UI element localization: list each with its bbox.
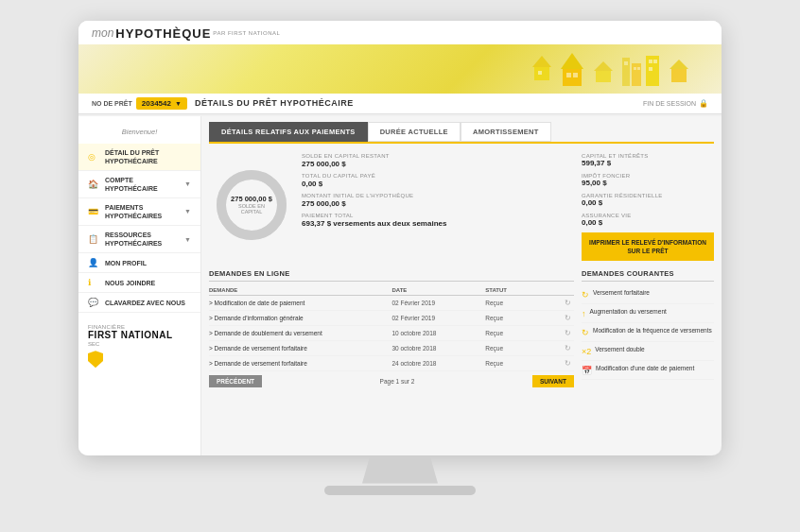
courante-icon-2: ↻ <box>582 328 589 337</box>
compte-arrow-icon: ▼ <box>184 180 191 187</box>
logo-area: mon HYPOTHÈQUE PAR FIRST NATIONAL <box>92 26 280 41</box>
clavardez-icon: 💬 <box>88 298 99 307</box>
sidebar-welcome: Bienvenue! <box>78 124 200 144</box>
sidebar-item-compte-hypothecaire[interactable]: 🏠 COMPTE HYPOTHÉCAIRE ▼ <box>78 171 200 198</box>
courante-label-2: Modification de la fréquence de versemen… <box>593 327 712 335</box>
sidebar-item-profil[interactable]: 👤 MON PROFIL <box>78 253 200 273</box>
total-capital-value: 0,00 $ <box>302 180 574 188</box>
courante-item-3[interactable]: ×2 Versement double <box>582 342 714 361</box>
detail-pret-icon: ◎ <box>88 152 99 162</box>
courante-icon-3: ×2 <box>582 347 591 356</box>
loan-label: NO DE PRÊT <box>92 100 132 107</box>
loan-value: 2034542 <box>142 99 171 108</box>
paiement-total-label: PAIEMENT TOTAL <box>302 213 574 218</box>
solde-capital-item: SOLDE EN CAPITAL RESTANT 275 000,00 $ <box>302 153 574 168</box>
table-header: DEMANDE DATE STATUT <box>209 285 574 296</box>
td-refresh-2[interactable]: ↻ <box>561 329 574 337</box>
sidebar-label-ressources: RESSOURCES HYPOTHÉCAIRES <box>105 231 179 248</box>
table-row: > Demande de versement forfaitaire 24 oc… <box>209 356 574 371</box>
svg-rect-11 <box>632 63 641 86</box>
lock-icon: 🔒 <box>699 99 708 108</box>
svg-rect-17 <box>649 67 652 71</box>
nav-bar: NO DE PRÊT 2034542 ▼ DÉTAILS DU PRÊT HYP… <box>78 94 722 114</box>
sidebar-item-clavardez[interactable]: 💬 CLAVARDEZ AVEC NOUS <box>78 293 200 313</box>
donut-label: SOLDE EN CAPITAL <box>231 203 273 215</box>
table-row: > Modification de date de paiement 02 Fé… <box>209 296 574 311</box>
first-national-label: FIRST NATIONAL <box>88 330 173 341</box>
td-demande-4: > Demande de versement forfaitaire <box>209 360 388 367</box>
donut-amount: 275 000,00 $ <box>231 195 273 203</box>
td-refresh-0[interactable]: ↻ <box>561 299 574 307</box>
sidebar-label-paiements: PAIEMENTS HYPOTHÉCAIRES <box>105 203 179 220</box>
capital-interets-value: 599,37 $ <box>582 159 714 167</box>
prev-button[interactable]: PRÉCÉDENT <box>209 375 262 387</box>
td-refresh-3[interactable]: ↻ <box>561 344 574 352</box>
capital-interets-item: CAPITAL ET INTÉRÊTS 599,37 $ <box>582 153 714 167</box>
courante-item-0[interactable]: ↻ Versement forfaitaire <box>582 285 714 304</box>
sidebar-item-detail-pret[interactable]: ◎ DÉTAIL DU PRÊT HYPOTHÉCAIRE <box>78 144 200 171</box>
monitor-wrapper: mon HYPOTHÈQUE PAR FIRST NATIONAL <box>60 21 740 512</box>
paiements-icon: 💳 <box>88 207 99 216</box>
sidebar: Bienvenue! ◎ DÉTAIL DU PRÊT HYPOTHÉCAIRE… <box>78 116 201 455</box>
tab-details-paiements[interactable]: DÉTAILS RELATIFS AUX PAIEMENTS <box>209 122 368 142</box>
th-statut: STATUT <box>485 287 557 293</box>
logo-mon: mon <box>92 26 113 40</box>
total-capital-label: TOTAL DU CAPITAL PAYÉ <box>302 173 574 179</box>
sidebar-item-ressources[interactable]: 📋 RESSOURCES HYPOTHÉCAIRES ▼ <box>78 226 200 253</box>
td-refresh-4[interactable]: ↻ <box>561 359 574 368</box>
td-demande-2: > Demande de doublement du versement <box>209 330 388 336</box>
next-button[interactable]: SUIVANT <box>532 375 574 387</box>
sidebar-label-profil: MON PROFIL <box>105 259 147 267</box>
courante-item-2[interactable]: ↻ Modification de la fréquence de versem… <box>582 323 714 342</box>
td-demande-1: > Demande d'information générale <box>209 315 388 321</box>
courante-item-4[interactable]: 📅 Modification d'une date de paiement <box>582 361 714 380</box>
svg-rect-10 <box>624 61 628 65</box>
donut-center-text: 275 000,00 $ SOLDE EN CAPITAL <box>231 195 273 215</box>
courante-item-1[interactable]: ↑ Augmentation du versement <box>582 304 714 323</box>
paiement-total-item: PAIEMENT TOTAL 693,37 $ versements aux d… <box>302 213 574 228</box>
td-date-4: 24 octobre 2018 <box>391 360 481 367</box>
tab-amortissement[interactable]: AMORTISSEMENT <box>461 122 551 142</box>
svg-rect-12 <box>634 67 636 70</box>
courante-icon-0: ↻ <box>582 290 589 300</box>
logo-hypotheque: HYPOTHÈQUE <box>115 26 211 41</box>
td-refresh-1[interactable]: ↻ <box>561 314 574 322</box>
right-panel: DÉTAILS RELATIFS AUX PAIEMENTS DURÉE ACT… <box>201 116 722 455</box>
loan-number-box: NO DE PRÊT 2034542 ▼ <box>92 97 187 110</box>
table-row: > Demande d'information générale 02 Févr… <box>209 311 574 326</box>
monitor-screen: mon HYPOTHÈQUE PAR FIRST NATIONAL <box>78 21 722 455</box>
app-container: mon HYPOTHÈQUE PAR FIRST NATIONAL <box>78 21 722 455</box>
montant-initial-item: MONTANT INITIAL DE L'HYPOTHÈQUE 275 000,… <box>302 193 574 208</box>
td-date-3: 30 octobre 2018 <box>391 345 481 352</box>
sidebar-item-paiements[interactable]: 💳 PAIEMENTS HYPOTHÉCAIRES ▼ <box>78 198 200 226</box>
svg-rect-5 <box>566 73 571 77</box>
sidebar-logo: FINANCIÈRE FIRST NATIONAL SEC <box>78 313 200 371</box>
joindre-icon: ℹ <box>88 278 99 287</box>
td-date-2: 10 octobre 2018 <box>391 330 481 336</box>
demands-courantes: DEMANDES COURANTES ↻ Versement forfaitai… <box>582 266 714 450</box>
print-button[interactable]: IMPRIMER LE RELEVÉ D'INFORMATION SUR LE … <box>582 232 714 261</box>
svg-marker-3 <box>561 53 583 69</box>
payment-details: SOLDE EN CAPITAL RESTANT 275 000,00 $ TO… <box>302 149 574 261</box>
payment-area: 275 000,00 $ SOLDE EN CAPITAL SOLDE EN C… <box>209 149 714 261</box>
courante-icon-1: ↑ <box>582 309 586 318</box>
page-info: Page 1 sur 2 <box>380 378 415 385</box>
th-date: DATE <box>391 287 481 293</box>
courante-label-1: Augmentation du versement <box>590 308 667 316</box>
sidebar-label-joindre: NOUS JOINDRE <box>105 279 155 287</box>
svg-rect-8 <box>596 71 611 82</box>
montant-initial-value: 275 000,00 $ <box>302 199 574 208</box>
svg-rect-4 <box>563 69 582 86</box>
session-end[interactable]: FIN DE SESSION 🔒 <box>643 99 708 108</box>
loan-value-box[interactable]: 2034542 ▼ <box>136 97 187 110</box>
table-row: > Demande de versement forfaitaire 30 oc… <box>209 341 574 356</box>
impot-foncier-value: 95,00 $ <box>582 179 714 187</box>
svg-rect-16 <box>653 60 657 63</box>
sidebar-item-joindre[interactable]: ℹ NOUS JOINDRE <box>78 273 200 293</box>
td-statut-1: Reçue <box>485 315 557 321</box>
svg-rect-6 <box>573 73 578 77</box>
svg-rect-15 <box>649 60 652 63</box>
garantie-value: 0,00 $ <box>582 198 714 207</box>
monitor-base <box>324 486 476 495</box>
tab-duree-actuelle[interactable]: DURÉE ACTUELLE <box>368 122 461 142</box>
